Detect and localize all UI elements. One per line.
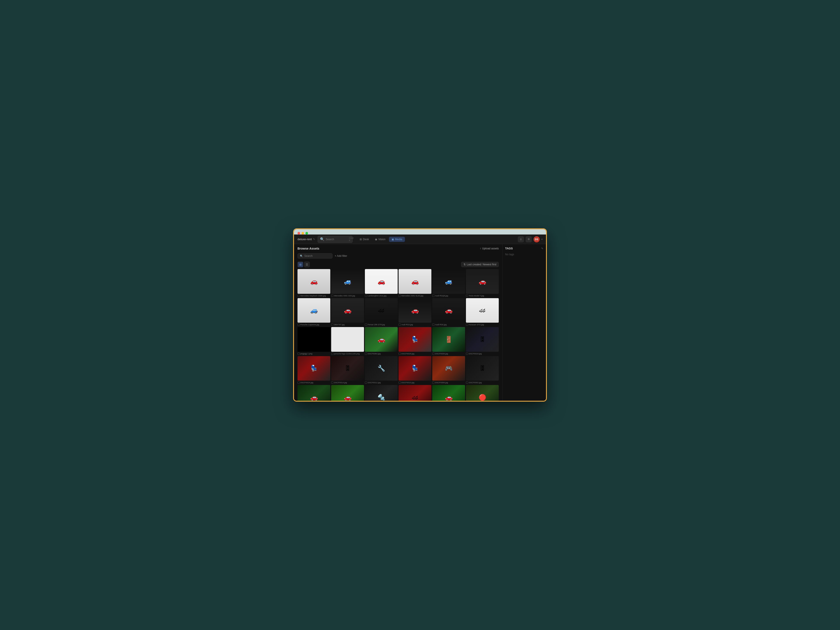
grid-scroll-area[interactable]: 🚗 Mercedes Maybach S580.jpg 🚙 Mercedes A… bbox=[294, 269, 502, 401]
settings-btn[interactable]: ⚙ bbox=[526, 236, 532, 242]
list-item[interactable]: 💺 DSCF9324.jpg bbox=[297, 356, 330, 384]
asset-checkbox[interactable] bbox=[365, 324, 367, 326]
asset-checkbox[interactable] bbox=[365, 295, 367, 297]
filter-search-input[interactable] bbox=[304, 254, 330, 257]
list-item[interactable]: 🔴 bbox=[466, 385, 499, 401]
asset-thumbnail bbox=[331, 327, 364, 352]
list-item[interactable]: porsche-logo-2100x1100.png bbox=[331, 327, 364, 355]
list-item[interactable]: 🚪 DSCF9326.jpg bbox=[432, 327, 465, 355]
list-item[interactable]: 🔧 DSCF9312.jpg bbox=[365, 356, 398, 384]
list-item[interactable]: 🚗 Tesla Model Y.jpg bbox=[466, 269, 499, 297]
asset-name: DSCF9306.jpg bbox=[435, 382, 448, 384]
list-item[interactable]: 🚗 bbox=[297, 385, 330, 401]
list-item[interactable]: 💺 DSCF9329.jpg bbox=[399, 327, 431, 355]
search-input[interactable] bbox=[326, 238, 347, 241]
asset-name: DSCF9329.jpg bbox=[401, 353, 414, 355]
asset-checkbox[interactable] bbox=[432, 324, 434, 326]
asset-checkbox[interactable] bbox=[466, 353, 468, 355]
list-item[interactable]: 🚙 Mercedes AMG G63.jpg bbox=[331, 269, 364, 297]
asset-thumbnail: 🏎 bbox=[399, 385, 431, 401]
list-item[interactable]: 🎮 DSCF9306.jpg bbox=[432, 356, 465, 384]
asset-checkbox[interactable] bbox=[297, 295, 300, 297]
asset-checkbox[interactable] bbox=[432, 295, 434, 297]
tags-edit-button[interactable]: ✎ bbox=[541, 247, 543, 250]
list-item[interactable]: pngpgg 1.png bbox=[297, 327, 330, 355]
add-filter-button[interactable]: + Add filter bbox=[335, 254, 347, 257]
asset-thumbnail: 🚗 bbox=[399, 269, 431, 294]
asset-checkbox[interactable] bbox=[365, 382, 367, 384]
asset-checkbox[interactable] bbox=[466, 382, 468, 384]
asset-checkbox[interactable] bbox=[331, 324, 333, 326]
avatar[interactable]: DS bbox=[534, 236, 540, 242]
asset-label-row: DBX707.jpg bbox=[331, 323, 364, 326]
asset-checkbox[interactable] bbox=[432, 382, 434, 384]
tab-media[interactable]: ▣ Media bbox=[389, 237, 405, 242]
browser-window: deluxe-rent ✎ 🔍 Cmd K ⊞ Desk ◉ Vision ▣ bbox=[293, 228, 547, 402]
upload-assets-button[interactable]: ↑ Upload assets bbox=[480, 247, 499, 250]
asset-checkbox[interactable] bbox=[297, 324, 300, 326]
list-item[interactable]: 🚗 bbox=[432, 385, 465, 401]
list-item[interactable]: 🚗 Audi RS3.jpg bbox=[399, 298, 431, 326]
upload-icon: ↑ bbox=[480, 247, 481, 250]
asset-name: Porsche Cayenne.jpg bbox=[300, 324, 319, 326]
asset-checkbox[interactable] bbox=[399, 353, 401, 355]
list-item[interactable]: 🎛 DSCF9302.jpg bbox=[466, 356, 499, 384]
asset-checkbox[interactable] bbox=[399, 324, 401, 326]
asset-thumbnail: 🚗 bbox=[399, 298, 431, 323]
list-item[interactable]: 🚙 Audi RSQ8.jpg bbox=[432, 269, 465, 297]
filter-search-box[interactable]: 🔍 bbox=[297, 253, 333, 259]
asset-checkbox[interactable] bbox=[297, 382, 300, 384]
asset-checkbox[interactable] bbox=[432, 353, 434, 355]
list-item[interactable]: 🚗 Audi RS6.jpg bbox=[432, 298, 465, 326]
asset-checkbox[interactable] bbox=[365, 353, 367, 355]
asset-thumbnail: 🎛 bbox=[331, 356, 364, 381]
tab-vision-label: Vision bbox=[378, 238, 385, 241]
tags-sidebar: TAGS ✎ No tags bbox=[502, 244, 546, 401]
list-item[interactable]: 🚙 Porsche Cayenne.jpg bbox=[297, 298, 330, 326]
asset-checkbox[interactable] bbox=[466, 324, 468, 326]
list-item[interactable]: 💺 DSCF9310.jpg bbox=[399, 356, 431, 384]
nav-tabs: ⊞ Desk ◉ Vision ▣ Media bbox=[357, 237, 405, 242]
asset-checkbox[interactable] bbox=[331, 295, 333, 297]
list-item[interactable]: 🚗 DBX707.jpg bbox=[331, 298, 364, 326]
brand-area[interactable]: deluxe-rent ✎ bbox=[297, 238, 315, 241]
list-item[interactable]: 🚗 Lamborghini Urus.jpg bbox=[365, 269, 398, 297]
list-item[interactable]: 🚗 DSCF9364.jpg bbox=[365, 327, 398, 355]
search-bar[interactable]: 🔍 Cmd K bbox=[317, 236, 353, 243]
list-item[interactable]: 🎛 DSCF9319.jpg bbox=[466, 327, 499, 355]
asset-checkbox[interactable] bbox=[331, 382, 333, 384]
brand-label: deluxe-rent bbox=[297, 238, 312, 241]
list-item[interactable]: 🚗 Mercedes Maybach S580.jpg bbox=[297, 269, 330, 297]
list-view-button[interactable]: ☰ bbox=[304, 262, 310, 267]
sort-button[interactable]: ⇅ Last created: Newest first bbox=[461, 262, 499, 267]
asset-thumbnail: 🚙 bbox=[297, 298, 330, 323]
asset-checkbox[interactable] bbox=[297, 353, 300, 355]
asset-checkbox[interactable] bbox=[399, 382, 401, 384]
traffic-light-green[interactable] bbox=[305, 232, 308, 235]
list-item[interactable]: 🏎 Huracan STO.jpg bbox=[466, 298, 499, 326]
list-item[interactable]: 🏎 Ferrari 296 GT8.jpg bbox=[365, 298, 398, 326]
asset-label-row: Audi RS3.jpg bbox=[399, 323, 431, 326]
traffic-light-red[interactable] bbox=[297, 232, 300, 235]
notification-btn[interactable]: 0 bbox=[518, 236, 524, 242]
list-item[interactable]: 🚗 bbox=[331, 385, 364, 401]
asset-checkbox[interactable] bbox=[399, 295, 401, 297]
tab-desk[interactable]: ⊞ Desk bbox=[357, 237, 371, 242]
asset-name: Audi RSQ8.jpg bbox=[435, 295, 448, 297]
list-item[interactable]: 🔩 bbox=[365, 385, 398, 401]
asset-checkbox[interactable] bbox=[331, 353, 333, 355]
sort-label: Last created: Newest first bbox=[467, 263, 496, 266]
asset-thumbnail: 🔴 bbox=[466, 385, 499, 401]
list-item[interactable]: 🎛 DSCF9314.jpg bbox=[331, 356, 364, 384]
asset-checkbox[interactable] bbox=[466, 295, 468, 297]
traffic-light-yellow[interactable] bbox=[302, 232, 304, 235]
list-item[interactable]: 🚗 Mercedes AMG SL63.jpg bbox=[399, 269, 431, 297]
notification-count: 0 bbox=[520, 238, 521, 241]
tab-vision[interactable]: ◉ Vision bbox=[372, 237, 388, 242]
list-item[interactable]: 🏎 bbox=[399, 385, 431, 401]
filter-search-icon: 🔍 bbox=[300, 255, 303, 257]
tags-header: TAGS ✎ bbox=[505, 247, 543, 250]
edit-icon[interactable]: ✎ bbox=[313, 238, 315, 241]
assets-header: Browse Assets ↑ Upload assets bbox=[294, 244, 502, 252]
grid-view-button[interactable]: ⊞ bbox=[297, 262, 303, 267]
